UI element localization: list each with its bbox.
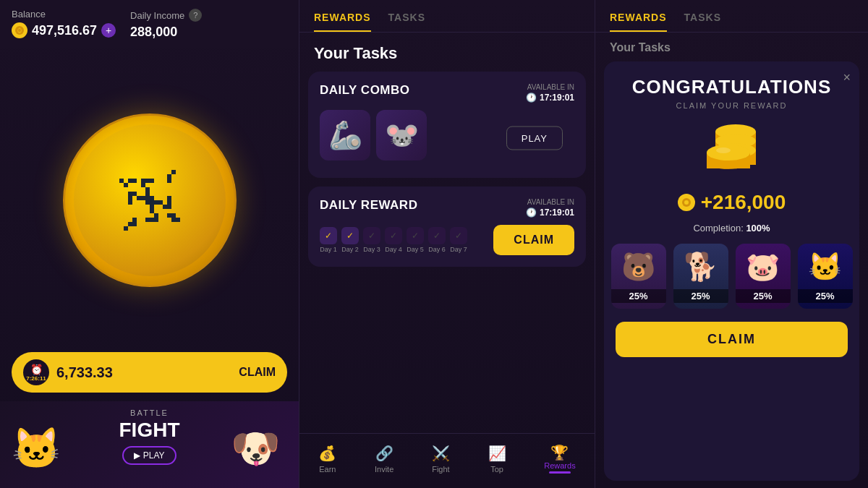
combo-timer: 🕐 17:19:01	[526, 93, 574, 103]
invite-icon: 🔗	[375, 445, 393, 462]
reward-timer-value: 17:19:01	[540, 207, 574, 218]
char-pct-2: 25%	[673, 289, 728, 303]
daily-income-section: Daily Income ? 288,000	[130, 9, 287, 40]
balance-amount: 497,516.67	[32, 23, 97, 38]
reward-timer: 🕐 17:19:01	[526, 207, 574, 218]
combo-images: 🦾 🐭	[320, 110, 427, 160]
play-battle-button[interactable]: ▶ PLAY	[122, 446, 176, 465]
svg-rect-13	[145, 179, 154, 183]
coin-area	[0, 48, 299, 352]
svg-rect-21	[128, 222, 132, 226]
check-1: ✓	[320, 227, 337, 244]
combo-char-1: 🦾	[320, 110, 370, 160]
info-button[interactable]: ?	[189, 9, 202, 22]
svg-rect-8	[128, 192, 137, 196]
day-check-2: ✓ Day 2	[341, 227, 359, 253]
day-check-7: ✓ Day 7	[450, 227, 467, 253]
svg-rect-25	[176, 218, 180, 222]
day-check-6: ✓ Day 6	[428, 227, 446, 253]
reward-available-label: AVAILABLE IN	[527, 198, 574, 206]
check-7: ✓	[450, 227, 467, 244]
right-tabs-header: REWARDS TASKS	[595, 0, 868, 33]
svg-point-40	[716, 147, 731, 153]
nav-item-top[interactable]: 📈 Top	[480, 442, 515, 476]
coin-inner	[74, 124, 226, 276]
svg-rect-15	[145, 218, 154, 222]
earn-icon: 💰	[318, 445, 336, 462]
right-panel: REWARDS TASKS Your Tasks × CONGRATULATIO…	[595, 0, 868, 488]
right-tab-rewards[interactable]: REWARDS	[610, 12, 667, 32]
cat-battle-emoji: 🐱	[0, 408, 76, 488]
completion-label: Completion:	[693, 223, 743, 234]
svg-point-1	[18, 29, 21, 32]
reward-task-header: DAILY REWARD AVAILABLE IN 🕐 17:19:01	[320, 198, 574, 218]
combo-task-header: DAILY COMBO AVAILABLE IN 🕐 17:19:01	[320, 83, 574, 103]
rewards-icon: 🏆	[550, 444, 569, 461]
char-pct-1: 25%	[611, 289, 666, 303]
tab-rewards[interactable]: REWARDS	[314, 12, 371, 32]
daily-income-label: Daily Income	[130, 10, 184, 21]
nav-rewards-label: Rewards	[544, 461, 575, 470]
nav-item-rewards[interactable]: 🏆 Rewards	[535, 441, 584, 476]
nav-item-earn[interactable]: 💰 Earn	[310, 442, 345, 476]
dog-battle-emoji: 🐶	[216, 408, 295, 488]
day-check-5: ✓ Day 5	[407, 227, 424, 253]
clock-icon: 🕐	[526, 93, 537, 103]
nav-top-label: Top	[490, 465, 503, 474]
timer-circle: ⏰ 7:26:11	[23, 359, 49, 385]
combo-play-button[interactable]: PLAY	[506, 127, 563, 150]
check-5: ✓	[407, 227, 424, 244]
day-label-1: Day 1	[320, 246, 337, 253]
nav-item-invite[interactable]: 🔗 Invite	[366, 442, 402, 476]
add-balance-button[interactable]: +	[101, 23, 116, 38]
rewards-active-indicator	[549, 471, 571, 474]
combo-available-in: AVAILABLE IN 🕐 17:19:01	[526, 83, 574, 103]
char-emoji-4: 🐱	[808, 244, 842, 289]
congrats-title: CONGRATULATIONS	[632, 76, 831, 98]
day-label-4: Day 4	[385, 246, 402, 253]
day-label-7: Day 7	[450, 246, 467, 253]
tab-tasks[interactable]: TASKS	[388, 12, 425, 32]
svg-rect-9	[128, 196, 132, 205]
svg-rect-3	[145, 196, 154, 205]
char-pct-4: 25%	[798, 289, 853, 303]
char-emoji-1: 🐻	[621, 244, 655, 289]
svg-rect-6	[145, 187, 150, 196]
nav-item-fight[interactable]: ⚔️ Fight	[423, 442, 459, 476]
svg-rect-17	[128, 179, 137, 183]
claim-bar[interactable]: ⏰ 7:26:11 6,733.33 CLAIM	[12, 352, 287, 393]
reward-task-name: DAILY REWARD	[320, 198, 417, 213]
daily-income-header: Daily Income ?	[130, 9, 287, 22]
close-button[interactable]: ×	[843, 70, 851, 85]
claim-reward-label: CLAIM YOUR REWARD	[676, 101, 788, 110]
svg-rect-19	[171, 218, 176, 222]
character-grid: 🐻 25% 🐕 25% 🐷 25% 🐱 25%	[611, 244, 853, 309]
daily-income-value: 288,000	[130, 25, 287, 40]
daily-reward-claim-button[interactable]: CLAIM	[493, 225, 574, 255]
daily-combo-card: DAILY COMBO AVAILABLE IN 🕐 17:19:01 🦾 🐭	[308, 72, 586, 178]
cat-character: 🐱	[0, 408, 76, 488]
middle-tabs-header: REWARDS TASKS	[299, 0, 595, 33]
nav-fight-label: Fight	[432, 465, 449, 474]
check-4: ✓	[385, 227, 402, 244]
timer-text: 7:26:11	[26, 375, 46, 382]
right-tab-tasks[interactable]: TASKS	[684, 12, 721, 32]
nav-invite-label: Invite	[375, 465, 393, 474]
right-your-tasks: Your Tasks	[595, 33, 868, 54]
char-card-1: 🐻 25%	[611, 244, 666, 309]
svg-rect-16	[124, 183, 128, 187]
reward-bottom: ✓ Day 1 ✓ Day 2 ✓ Day 3 ✓ Day 4	[320, 225, 574, 255]
svg-rect-4	[137, 196, 145, 200]
main-coin[interactable]	[63, 114, 237, 287]
dog-character: 🐶	[216, 408, 295, 488]
svg-rect-26	[124, 226, 128, 231]
big-claim-button[interactable]: CLAIM	[616, 322, 848, 357]
check-2: ✓	[341, 227, 359, 244]
battle-label: BATTLE	[130, 408, 169, 417]
coins-stack-svg	[689, 121, 775, 179]
reward-coin-icon	[678, 194, 695, 211]
check-3: ✓	[363, 227, 380, 244]
reward-available-in: AVAILABLE IN 🕐 17:19:01	[526, 198, 574, 218]
svg-rect-10	[163, 205, 171, 209]
day-check-3: ✓ Day 3	[363, 227, 380, 253]
